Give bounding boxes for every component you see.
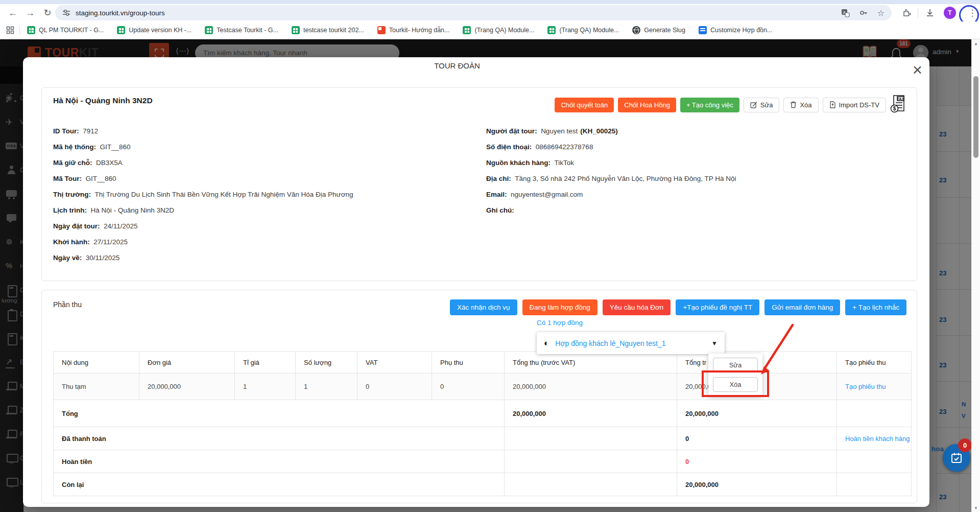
edit-button[interactable]: Sửa [744,98,780,112]
field-row: Ngày về30/11/2025 [53,254,353,262]
field-value: 30/11/2025 [86,254,120,262]
tour-fields-right: Người đặt tourNguyen test(KH_00025) Số đ… [486,128,738,223]
summary-action [837,450,912,473]
field-label: Mã Tour [53,175,86,182]
revenue-action-button[interactable]: Yêu cầu hóa Đơn [603,299,671,315]
field-value: DB3X5A [96,159,123,167]
password-key-icon[interactable] [859,8,868,17]
bookmark[interactable]: Customize Hợp đồn... [699,26,772,34]
table-header-row: Nội dung Đơn giá Tỉ giá Số lượng VAT Phụ… [54,352,912,374]
summary-pre-vat [505,450,677,473]
reload-icon[interactable]: ↻ [39,4,56,21]
contrast-icon: ◐ [544,338,549,348]
cell-exchange-rate: 1 [235,374,296,400]
contract-context-menu: Sửa Xóa [708,354,762,396]
tour-name: Hà Nội - Quảng Ninh 3N2D [53,96,153,105]
revenue-action-button[interactable]: + Tạo lịch nhắc [845,299,906,315]
scrollbar-up-icon[interactable]: ▴ [972,41,980,46]
scrollbar-down-icon[interactable]: ▾ [972,505,980,510]
field-label: Địa chỉ [486,175,515,182]
bookmark[interactable]: (Trang QA) Module... [547,26,619,34]
bookmark-favicon [547,26,556,34]
field-value-bold: (KH_00025) [580,127,618,135]
tax-invoice-icon[interactable]: TAX $ [890,95,906,115]
browser-profile-avatar[interactable]: T [944,7,956,19]
cell-surcharge: 0 [432,374,505,400]
bookmark[interactable]: Testcase Tourkit - G... [205,26,278,34]
field-row: Emailnguyentest@gmail.com [486,191,738,198]
field-value: GIT__860 [86,175,116,182]
field-label: Số điện thoại [486,143,536,151]
bookmark[interactable]: Update version KH -... [117,26,192,34]
revenue-action-button[interactable]: Gửi email đơn hàng [764,299,840,315]
field-value: Nguyen test [541,127,578,135]
summary-label: Đã thanh toán [54,427,505,450]
revenue-action-button[interactable]: +Tạo phiếu đề nghị TT [676,299,759,315]
field-row: ID Tour7912 [53,128,353,135]
summary-label: Tổng [54,400,505,427]
modal-title: TOUR ĐOÀN [23,61,891,70]
bookmark[interactable]: (Trang QA) Module... [463,26,534,34]
field-value: TikTok [555,159,575,167]
scrollbar-thumb[interactable] [973,76,978,158]
field-value: nguyentest@gmail.com [511,191,583,198]
url-text: staging.tourkit.vn/group-tours [76,9,165,17]
tour-info-card: Hà Nội - Quảng Ninh 3N2D Chốt quyết toán… [41,87,917,281]
back-icon[interactable]: ← [4,4,21,21]
chevron-down-icon[interactable]: ▼ [711,340,718,347]
bookmarks-bar: QL PM TOURKIT - G... Update version KH -… [0,21,980,39]
contracts-count-link[interactable]: Có 1 hợp đồng [537,319,583,327]
address-bar[interactable]: staging.tourkit.vn/group-tours A ☆ [55,5,892,20]
bookmark[interactable]: testcase tourkit 202... [292,26,364,34]
field-value: 086869422378768 [536,143,593,151]
bookmark-favicon [699,26,707,34]
extensions-icon[interactable] [902,8,911,17]
refund-customer-link[interactable]: Hoàn tiền khách hàng [845,435,910,443]
fab-badge: 0 [958,438,972,452]
cell-content: Thu tạm [54,374,139,400]
create-receipt-link[interactable]: Tạo phiếu thu [845,383,886,390]
context-delete-button[interactable]: Xóa [713,377,758,392]
field-value: Thị Trường Du Lịch Sinh Thái Bền Vững Kế… [95,191,353,198]
bookmark[interactable]: QL PM TOURKIT - G... [27,26,104,34]
commission-button[interactable]: Chốt Hoa Hồng [618,98,676,112]
delete-button[interactable]: Xóa [783,98,818,112]
site-settings-icon[interactable] [62,9,70,17]
browser-scrollbar[interactable]: ▴ ▾ [971,39,980,512]
field-row: Mã giữ chỗDB3X5A [53,159,353,167]
summary-total: 0 [677,427,837,450]
context-edit-button[interactable]: Sửa [713,358,758,373]
field-value: 24/11/2025 [104,222,138,230]
revenue-action-button[interactable]: Đang làm hợp đồng [522,299,597,315]
summary-pre-vat [505,473,677,496]
translate-icon[interactable]: A [841,9,850,17]
forward-icon[interactable]: → [21,4,39,21]
contract-dropdown[interactable]: ◐ Hợp đồng khách lẻ_Nguyen test_1 ▼ [537,332,725,354]
field-label: Email [486,191,511,198]
bookmark-favicon [463,26,471,34]
summary-pre-vat: 20,000,000 [505,400,677,427]
create-task-button[interactable]: + Tạo công việc [680,98,739,112]
column-header: Tỉ giá [235,352,296,374]
tour-detail-modal: TOUR ĐOÀN × Hà Nội - Quảng Ninh 3N2D Chố… [23,57,929,507]
column-header: Phụ thu [432,352,505,374]
toolbar-divider [918,8,918,17]
summary-row-total: Tổng 20,000,000 20,000,000 [54,400,912,427]
cell-quantity: 1 [296,374,357,400]
browser-menu-icon[interactable]: ⋮ [965,4,979,21]
bookmark-favicon [292,26,300,34]
tab-strip [0,0,980,4]
bookmark[interactable]: Generate Slug [632,26,685,34]
bookmark-star-icon[interactable]: ☆ [877,8,885,18]
column-header: Số lượng [296,352,357,374]
close-icon[interactable]: × [913,61,922,78]
summary-row-refund: Hoàn tiền 0 [54,450,912,473]
bookmark[interactable]: Tourkit- Hướng dẫn... [377,26,450,34]
apps-grid-icon[interactable] [6,26,14,34]
revenue-action-button[interactable]: Xác nhận dịch vụ [450,299,517,315]
field-label: Lịch trình [53,206,91,214]
field-label: Thị trường [53,191,95,198]
import-button[interactable]: Import DS-TV [823,98,886,112]
settle-button[interactable]: Chốt quyết toán [555,98,614,112]
download-icon[interactable] [925,8,935,17]
